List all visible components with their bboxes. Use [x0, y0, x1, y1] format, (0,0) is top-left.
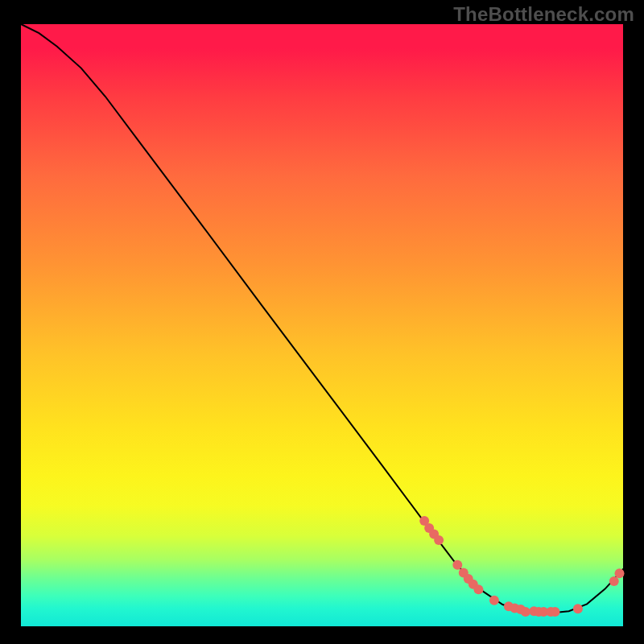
bottleneck-curve	[21, 24, 623, 613]
marker-point	[573, 604, 583, 613]
chart-frame: TheBottleneck.com	[0, 0, 644, 644]
marker-point	[434, 535, 444, 545]
marker-point	[489, 596, 499, 605]
marker-point	[609, 576, 619, 586]
plot-area	[21, 24, 623, 626]
marker-point	[615, 568, 625, 578]
marker-point	[452, 560, 462, 570]
marker-points	[419, 516, 624, 617]
marker-point	[550, 607, 559, 617]
marker-point	[521, 607, 530, 617]
chart-svg	[21, 24, 623, 626]
marker-point	[473, 584, 483, 594]
watermark-text: TheBottleneck.com	[453, 3, 634, 26]
